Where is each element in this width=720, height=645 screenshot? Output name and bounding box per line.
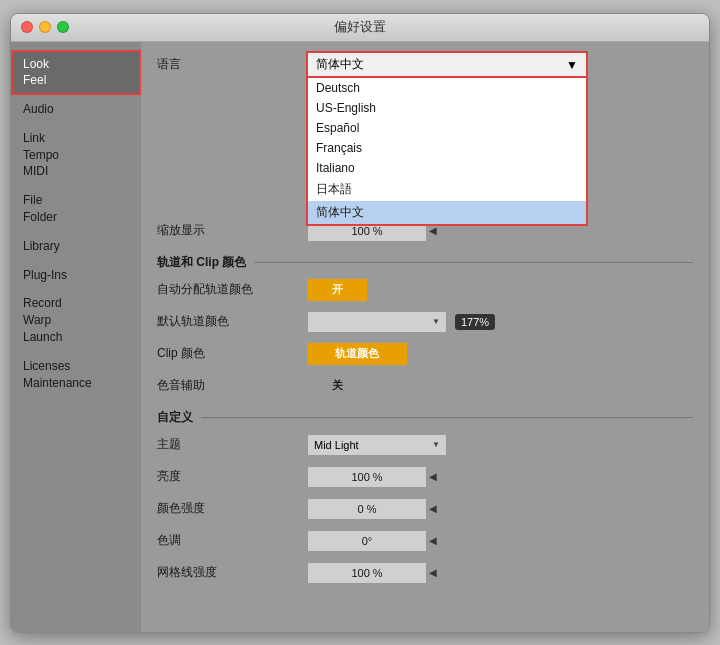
brightness-input[interactable]: 100 %	[307, 466, 427, 488]
lang-option-francais[interactable]: Français	[308, 138, 586, 158]
tooltip-badge: 177%	[455, 314, 495, 330]
language-dropdown[interactable]: 简体中文 ▼ Deutsch US-English Español França…	[307, 52, 587, 77]
sidebar-item-audio[interactable]: Audio	[11, 95, 141, 124]
color-assist-toggle[interactable]: 关	[307, 375, 367, 397]
sidebar-item-plug-ins[interactable]: Plug-Ins	[11, 261, 141, 290]
hue-input[interactable]: 0°	[307, 530, 427, 552]
grid-input[interactable]: 100 %	[307, 562, 427, 584]
track-color-arrow-icon: ▼	[432, 317, 440, 326]
grid-control: 100 % ◀	[307, 562, 693, 584]
theme-select[interactable]: Mid Light ▼	[307, 434, 447, 456]
zoom-arrow-right: ◀	[429, 225, 437, 236]
default-track-row: 默认轨道颜色 ▼ 177%	[157, 309, 693, 335]
lang-option-chinese[interactable]: 简体中文	[308, 201, 586, 224]
clip-color-button[interactable]: 轨道颜色	[307, 343, 407, 365]
sidebar: Look Feel Audio Link Tempo MIDI File Fol…	[11, 42, 141, 632]
titlebar: 偏好设置	[11, 14, 709, 42]
dropdown-arrow-icon: ▼	[566, 58, 578, 72]
maximize-button[interactable]	[57, 21, 69, 33]
default-track-select[interactable]: ▼	[307, 311, 447, 333]
theme-control: Mid Light ▼	[307, 434, 693, 456]
grid-label: 网格线强度	[157, 564, 307, 581]
language-options-list: Deutsch US-English Español Français Ital…	[307, 77, 587, 225]
auto-assign-label: 自动分配轨道颜色	[157, 281, 307, 298]
language-dropdown-header[interactable]: 简体中文 ▼	[307, 52, 587, 77]
clip-color-control: 轨道颜色	[307, 343, 693, 365]
brightness-row: 亮度 100 % ◀	[157, 464, 693, 490]
color-intensity-input[interactable]: 0 %	[307, 498, 427, 520]
theme-arrow-icon: ▼	[432, 440, 440, 449]
customize-section-header: 自定义	[157, 409, 693, 426]
sidebar-item-library[interactable]: Library	[11, 232, 141, 261]
hue-control: 0° ◀	[307, 530, 693, 552]
auto-assign-control: 开	[307, 279, 693, 301]
sidebar-item-look-feel[interactable]: Look Feel	[11, 50, 141, 96]
window-controls	[21, 21, 69, 33]
close-button[interactable]	[21, 21, 33, 33]
theme-value: Mid Light	[314, 439, 359, 451]
preferences-window: 偏好设置 Look Feel Audio Link Tempo MIDI Fil…	[10, 13, 710, 633]
window-title: 偏好设置	[334, 18, 386, 36]
grid-arrow-icon: ◀	[429, 567, 437, 578]
lang-option-deutsch[interactable]: Deutsch	[308, 78, 586, 98]
zoom-label: 缩放显示	[157, 222, 307, 239]
lang-option-english[interactable]: US-English	[308, 98, 586, 118]
language-row: 语言 简体中文 ▼ Deutsch US-English Español Fra…	[157, 52, 693, 78]
sidebar-item-record-warp-launch[interactable]: Record Warp Launch	[11, 289, 141, 351]
minimize-button[interactable]	[39, 21, 51, 33]
default-track-label: 默认轨道颜色	[157, 313, 307, 330]
color-intensity-arrow-icon: ◀	[429, 503, 437, 514]
default-track-control: ▼ 177%	[307, 311, 693, 333]
color-intensity-label: 颜色强度	[157, 500, 307, 517]
settings-panel: 语言 简体中文 ▼ Deutsch US-English Español Fra…	[141, 42, 709, 632]
hue-label: 色调	[157, 532, 307, 549]
sidebar-item-link-tempo-midi[interactable]: Link Tempo MIDI	[11, 124, 141, 186]
track-clip-label: 轨道和 Clip 颜色	[157, 254, 246, 271]
color-assist-row: 色音辅助 关	[157, 373, 693, 399]
sidebar-item-licenses-maintenance[interactable]: Licenses Maintenance	[11, 352, 141, 398]
track-clip-section-header: 轨道和 Clip 颜色	[157, 254, 693, 271]
auto-assign-row: 自动分配轨道颜色 开	[157, 277, 693, 303]
color-assist-control: 关	[307, 375, 693, 397]
color-intensity-control: 0 % ◀	[307, 498, 693, 520]
sidebar-item-file-folder[interactable]: File Folder	[11, 186, 141, 232]
customize-label: 自定义	[157, 409, 193, 426]
clip-color-label: Clip 颜色	[157, 345, 307, 362]
main-content: Look Feel Audio Link Tempo MIDI File Fol…	[11, 42, 709, 632]
language-control: 简体中文 ▼ Deutsch US-English Español França…	[307, 52, 693, 77]
language-current-value: 简体中文	[316, 56, 364, 73]
lang-option-japanese[interactable]: 日本語	[308, 178, 586, 201]
brightness-control: 100 % ◀	[307, 466, 693, 488]
lang-option-espanol[interactable]: Español	[308, 118, 586, 138]
hue-arrow-icon: ◀	[429, 535, 437, 546]
auto-assign-toggle[interactable]: 开	[307, 279, 367, 301]
hue-row: 色调 0° ◀	[157, 528, 693, 554]
clip-color-row: Clip 颜色 轨道颜色	[157, 341, 693, 367]
language-label: 语言	[157, 56, 307, 73]
brightness-label: 亮度	[157, 468, 307, 485]
theme-label: 主题	[157, 436, 307, 453]
theme-row: 主题 Mid Light ▼	[157, 432, 693, 458]
color-intensity-row: 颜色强度 0 % ◀	[157, 496, 693, 522]
lang-option-italiano[interactable]: Italiano	[308, 158, 586, 178]
grid-row: 网格线强度 100 % ◀	[157, 560, 693, 586]
brightness-arrow-icon: ◀	[429, 471, 437, 482]
color-assist-label: 色音辅助	[157, 377, 307, 394]
